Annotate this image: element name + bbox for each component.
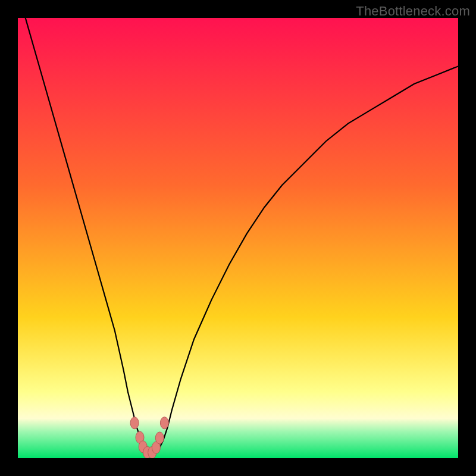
marker-point-7	[160, 417, 168, 429]
chart-frame: TheBottleneck.com	[0, 0, 476, 476]
chart-svg	[18, 18, 458, 458]
gradient-background	[18, 18, 458, 458]
marker-point-6	[155, 432, 164, 444]
watermark-text: TheBottleneck.com	[356, 4, 470, 19]
plot-area	[18, 18, 458, 458]
marker-point-0	[130, 417, 139, 429]
